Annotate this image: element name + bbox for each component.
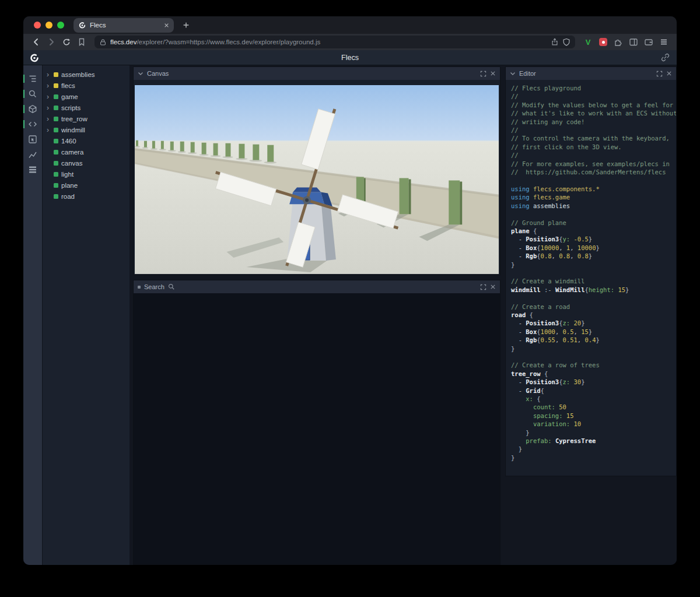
share-link-icon[interactable] <box>661 53 670 62</box>
tree-item-flecs[interactable]: ›flecs <box>43 80 130 91</box>
rows-tool-icon[interactable] <box>23 162 42 177</box>
code-line: // For more examples, see examples/plecs… <box>511 160 674 168</box>
tree-item-plane[interactable]: plane <box>43 180 130 191</box>
url-domain: flecs.dev <box>110 38 136 45</box>
entity-square-icon <box>54 183 58 188</box>
entity-square-icon <box>54 106 58 110</box>
tree-item-label: game <box>61 93 78 100</box>
close-window-button[interactable] <box>34 22 41 29</box>
brave-shield-icon[interactable] <box>562 38 570 46</box>
code-line: } <box>511 345 674 353</box>
tree-item-road[interactable]: road <box>43 191 130 202</box>
code-line: // Create a road <box>511 303 674 311</box>
expand-arrow-icon[interactable]: › <box>47 72 51 78</box>
3d-scene[interactable] <box>135 85 499 274</box>
wallet-icon[interactable] <box>642 35 656 49</box>
chevron-down-icon[interactable] <box>510 71 516 76</box>
expand-arrow-icon[interactable]: › <box>47 94 51 100</box>
tree-item-label: camera <box>61 149 83 156</box>
tree-item-game[interactable]: ›game <box>43 91 130 102</box>
code-line: // Create a windmill <box>511 277 674 285</box>
tab-strip: Flecs <box>23 16 677 34</box>
close-panel-icon[interactable] <box>666 71 672 76</box>
expand-arrow-icon[interactable]: › <box>47 127 51 133</box>
minimize-window-button[interactable] <box>46 22 52 29</box>
tree-item-label: scripts <box>61 104 80 111</box>
url-bar[interactable]: flecs.dev/explorer/?wasm=https://www.fle… <box>94 36 575 48</box>
code-line: - Box{10000, 1, 10000} <box>511 244 674 252</box>
tree-item-light[interactable]: light <box>43 168 130 180</box>
stats-chart-tool-icon[interactable] <box>23 147 42 162</box>
tree-item-label: tree_row <box>61 115 88 122</box>
lock-icon <box>99 38 107 46</box>
tree-item-camera[interactable]: camera <box>43 146 130 157</box>
chevron-down-icon[interactable] <box>138 71 144 76</box>
expand-panel-icon[interactable] <box>656 71 663 77</box>
entity-square-icon <box>54 172 58 177</box>
inspector-tool-icon[interactable] <box>23 132 42 147</box>
code-line: // writing any code! <box>511 118 674 126</box>
reload-button[interactable] <box>60 35 74 49</box>
browser-tab[interactable]: Flecs <box>74 18 174 33</box>
tree-item-label: light <box>61 171 74 178</box>
code-line: - Position3{y: -0.5} <box>511 235 674 243</box>
tree-item-assemblies[interactable]: ›assemblies <box>43 69 130 80</box>
url-path: /explorer/?wasm=https://www.flecs.dev/ex… <box>136 38 320 45</box>
extension-v-icon[interactable]: V <box>581 35 595 49</box>
code-line: count: 50 <box>511 403 674 411</box>
editor-panel-header: Editor <box>506 67 676 80</box>
expand-panel-icon[interactable] <box>480 71 487 77</box>
tree-item-scripts[interactable]: ›scripts <box>43 102 130 113</box>
code-line: - Rgb{0.55, 0.51, 0.4} <box>511 336 674 344</box>
new-tab-button[interactable] <box>178 17 194 33</box>
code-line: variation: 10 <box>511 420 674 428</box>
extension-red-icon[interactable] <box>596 35 610 49</box>
code-line: } <box>511 429 674 437</box>
tree-item-label: windmill <box>61 127 85 134</box>
bookmark-icon[interactable] <box>75 35 89 49</box>
code-line: // Modify the values below to get a feel… <box>511 101 674 109</box>
code-line: } <box>511 445 674 453</box>
tree-item-label: plane <box>61 182 78 189</box>
assets-cube-tool-icon[interactable] <box>23 101 42 117</box>
forward-button[interactable] <box>44 35 58 49</box>
tree-item-tree_row[interactable]: ›tree_row <box>43 113 130 124</box>
code-line: plane { <box>511 227 674 235</box>
window-controls <box>34 22 64 29</box>
close-panel-icon[interactable] <box>490 71 496 76</box>
screen: Flecs <box>0 0 700 597</box>
tree-item-label: road <box>61 193 75 200</box>
editor-code[interactable]: // Flecs playground//// Modify the value… <box>506 80 676 476</box>
panel-dot-icon <box>138 286 141 289</box>
code-line: prefab: CypressTree <box>511 437 674 445</box>
code-tool-icon[interactable] <box>23 117 42 132</box>
share-icon[interactable] <box>551 38 559 46</box>
search-results-area <box>134 293 500 564</box>
expand-arrow-icon[interactable]: › <box>47 83 51 89</box>
expand-arrow-icon[interactable]: › <box>47 116 51 122</box>
flecs-logo-icon <box>29 52 40 63</box>
expand-panel-icon[interactable] <box>480 284 487 290</box>
module-square-icon <box>54 83 58 88</box>
tree-item-windmill[interactable]: ›windmill <box>43 124 130 135</box>
code-line: - Grid{ <box>511 387 674 395</box>
tab-close-icon[interactable] <box>164 23 169 28</box>
search-tool-icon[interactable] <box>23 86 42 101</box>
entity-tree-tool-icon[interactable] <box>23 71 42 86</box>
code-line <box>511 176 674 184</box>
menu-icon[interactable] <box>657 35 671 49</box>
zoom-window-button[interactable] <box>57 22 64 29</box>
code-line: tree_row { <box>511 370 674 378</box>
code-line: x: { <box>511 395 674 403</box>
extensions-puzzle-icon[interactable] <box>611 35 625 49</box>
back-button[interactable] <box>29 35 43 49</box>
search-icon <box>168 283 175 290</box>
tree-item-1460[interactable]: 1460 <box>43 135 130 146</box>
tree-item-canvas[interactable]: canvas <box>43 157 130 168</box>
close-panel-icon[interactable] <box>490 284 496 290</box>
code-line: // <box>511 151 674 159</box>
code-line: using assemblies <box>511 202 674 210</box>
sidebar-toggle-icon[interactable] <box>626 35 640 49</box>
expand-arrow-icon[interactable]: › <box>47 105 51 111</box>
code-line: // first click on the 3D view. <box>511 143 674 151</box>
